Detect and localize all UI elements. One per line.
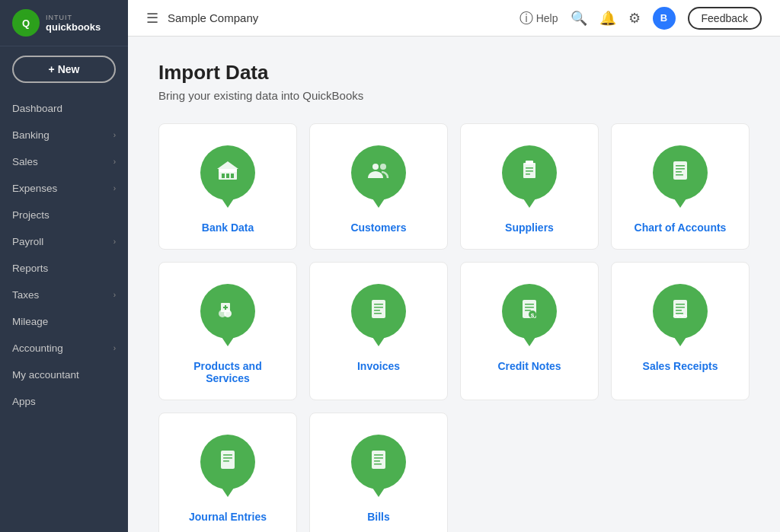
sidebar-item-expenses[interactable]: Expenses›	[0, 175, 128, 202]
svg-rect-48	[374, 460, 380, 462]
company-name: Sample Company	[168, 11, 258, 24]
svg-rect-49	[374, 464, 382, 465]
import-card-bank-data[interactable]: Bank Data	[158, 123, 297, 250]
card-icon-bubble	[351, 435, 406, 495]
svg-rect-19	[676, 174, 683, 176]
settings-icon[interactable]: ⚙	[628, 10, 641, 27]
hamburger-icon[interactable]: ☰	[146, 10, 158, 27]
sidebar-item-label: Apps	[12, 396, 36, 407]
sidebar-item-apps[interactable]: Apps	[0, 388, 128, 415]
import-card-journal-entries[interactable]: Journal Entries	[158, 413, 297, 532]
sidebar-item-payroll[interactable]: Payroll›	[0, 228, 128, 255]
bubble-shape	[351, 284, 406, 339]
svg-rect-7	[231, 174, 234, 178]
svg-rect-31	[525, 304, 534, 305]
import-card-invoices[interactable]: Invoices	[309, 262, 448, 400]
sidebar: Q intuit quickbooks + New DashboardBanki…	[0, 0, 128, 532]
card-icon-bubble	[653, 284, 708, 345]
chevron-right-icon: ›	[113, 291, 116, 299]
svg-rect-40	[676, 313, 683, 314]
import-card-credit-notes[interactable]: $Credit Notes	[460, 262, 599, 400]
sidebar-item-label: Projects	[12, 209, 50, 221]
topbar-left: ☰ Sample Company	[146, 10, 258, 27]
sidebar-item-reports[interactable]: Reports	[0, 255, 128, 282]
sidebar-item-banking[interactable]: Banking›	[0, 122, 128, 148]
svg-text:Q: Q	[22, 18, 30, 29]
sidebar-item-taxes[interactable]: Taxes›	[0, 282, 128, 308]
journal-entries-icon	[216, 448, 240, 477]
suppliers-icon	[517, 158, 542, 188]
svg-rect-45	[372, 451, 385, 469]
chevron-right-icon: ›	[113, 237, 116, 246]
svg-rect-5	[222, 174, 225, 178]
bubble-shape	[653, 284, 708, 339]
import-card-sales-receipts[interactable]: Sales Receipts	[611, 262, 750, 400]
sidebar-item-label: Expenses	[12, 183, 57, 194]
svg-rect-13	[526, 170, 533, 172]
sidebar-item-projects[interactable]: Projects	[0, 202, 128, 228]
svg-rect-28	[374, 310, 380, 311]
user-avatar[interactable]: B	[653, 7, 676, 30]
import-cards-grid: Bank DataCustomersSuppliersChart of Acco…	[158, 123, 750, 532]
svg-point-9	[380, 164, 386, 170]
card-label: Bank Data	[202, 221, 254, 234]
svg-rect-41	[221, 451, 235, 469]
sidebar-item-accounting[interactable]: Accounting›	[0, 335, 128, 362]
bills-icon	[366, 448, 391, 477]
card-label: Products and Services	[171, 360, 284, 384]
svg-marker-4	[217, 161, 238, 169]
chart-of-accounts-icon	[668, 158, 692, 188]
sales-receipts-icon	[668, 297, 692, 327]
card-label: Customers	[350, 221, 406, 234]
card-icon-bubble	[200, 435, 255, 495]
svg-rect-47	[374, 457, 383, 459]
logo-area: Q intuit quickbooks	[0, 0, 128, 46]
card-icon-bubble	[200, 284, 255, 345]
help-button[interactable]: ⓘ Help	[519, 9, 558, 27]
notification-icon[interactable]: 🔔	[599, 10, 616, 27]
sidebar-item-label: Dashboard	[12, 103, 62, 114]
chevron-right-icon: ›	[113, 344, 116, 352]
bubble-shape	[200, 435, 255, 489]
search-icon[interactable]: 🔍	[571, 10, 587, 27]
chevron-right-icon: ›	[113, 184, 116, 193]
chevron-right-icon: ›	[113, 131, 116, 139]
svg-rect-46	[374, 454, 383, 456]
card-icon-bubble	[502, 145, 557, 206]
sidebar-item-dashboard[interactable]: Dashboard	[0, 95, 128, 122]
bubble-shape	[200, 284, 255, 339]
bubble-shape	[502, 145, 557, 200]
chevron-right-icon: ›	[113, 158, 116, 166]
bubble-shape	[653, 145, 708, 200]
import-card-customers[interactable]: Customers	[309, 123, 448, 250]
new-button[interactable]: + New	[12, 56, 116, 83]
logo-text: intuit quickbooks	[46, 14, 101, 33]
sidebar-item-label: Payroll	[12, 236, 43, 247]
svg-rect-11	[526, 161, 533, 164]
svg-rect-14	[526, 174, 530, 175]
card-icon-bubble	[351, 284, 406, 345]
topbar-right: ⓘ Help 🔍 🔔 ⚙ B Feedback	[519, 7, 762, 30]
import-card-products-and-services[interactable]: Products and Services	[158, 262, 297, 400]
card-label: Suppliers	[505, 221, 554, 234]
sidebar-item-label: My accountant	[12, 369, 79, 381]
import-card-chart-of-accounts[interactable]: Chart of Accounts	[611, 123, 750, 250]
svg-text:$: $	[531, 312, 535, 319]
card-label: Journal Entries	[189, 511, 267, 523]
card-icon-bubble	[653, 145, 708, 206]
feedback-button[interactable]: Feedback	[688, 7, 762, 30]
sidebar-item-mileage[interactable]: Mileage	[0, 308, 128, 335]
card-label: Invoices	[357, 360, 400, 372]
sidebar-item-label: Taxes	[12, 289, 39, 301]
card-icon-bubble: $	[502, 284, 557, 345]
card-label: Bills	[367, 511, 390, 523]
import-card-suppliers[interactable]: Suppliers	[460, 123, 599, 250]
sidebar-item-my-accountant[interactable]: My accountant	[0, 362, 128, 388]
svg-rect-12	[526, 167, 533, 169]
sidebar-item-label: Sales	[12, 156, 38, 167]
sidebar-item-sales[interactable]: Sales›	[0, 148, 128, 175]
bank-data-icon	[216, 158, 240, 188]
import-card-bills[interactable]: Bills	[309, 413, 448, 532]
sidebar-nav: DashboardBanking›Sales›Expenses›Projects…	[0, 92, 128, 532]
bubble-shape	[200, 145, 255, 200]
